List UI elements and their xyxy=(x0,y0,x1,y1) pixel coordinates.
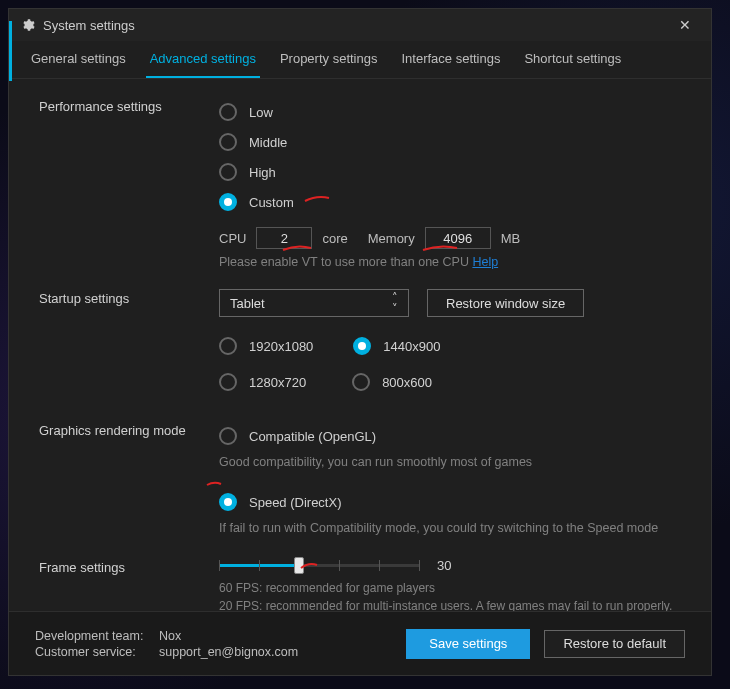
res-label-2: 1440x900 xyxy=(383,339,440,354)
startup-select-value: Tablet xyxy=(230,296,265,311)
cs-label: Customer service: xyxy=(35,645,153,659)
perf-label-high: High xyxy=(249,165,276,180)
tab-interface[interactable]: Interface settings xyxy=(389,41,512,78)
close-icon[interactable]: ✕ xyxy=(671,13,699,37)
perf-radio-low[interactable] xyxy=(219,103,237,121)
startup-mode-select[interactable]: Tablet ˄˅ xyxy=(219,289,409,317)
res-radio-1280x720[interactable] xyxy=(219,373,237,391)
perf-label-custom: Custom xyxy=(249,195,294,210)
memory-label: Memory xyxy=(368,231,415,246)
graphics-speed-hint: If fail to run with Compatibility mode, … xyxy=(219,519,681,538)
res-radio-1920x1080[interactable] xyxy=(219,337,237,355)
tabs: General settings Advanced settings Prope… xyxy=(9,41,711,79)
res-label-4: 800x600 xyxy=(382,375,432,390)
perf-radio-high[interactable] xyxy=(219,163,237,181)
res-label-1: 1920x1080 xyxy=(249,339,313,354)
restore-window-size-button[interactable]: Restore window size xyxy=(427,289,584,317)
tab-property[interactable]: Property settings xyxy=(268,41,390,78)
graphics-label-speed: Speed (DirectX) xyxy=(249,495,341,510)
fps-slider-thumb[interactable] xyxy=(294,557,304,574)
gear-icon xyxy=(21,18,35,32)
tab-shortcut[interactable]: Shortcut settings xyxy=(512,41,633,78)
res-radio-1440x900[interactable] xyxy=(353,337,371,355)
cpu-label: CPU xyxy=(219,231,246,246)
frame-heading: Frame settings xyxy=(39,558,219,575)
tab-advanced[interactable]: Advanced settings xyxy=(138,41,268,78)
cs-value: support_en@bignox.com xyxy=(159,645,298,659)
chevron-updown-icon: ˄˅ xyxy=(392,292,398,314)
graphics-label-compat: Compatible (OpenGL) xyxy=(249,429,376,444)
save-settings-button[interactable]: Save settings xyxy=(406,629,530,659)
fps-value: 30 xyxy=(437,558,451,573)
window-title: System settings xyxy=(43,18,135,33)
startup-heading: Startup settings xyxy=(39,289,219,306)
perf-radio-middle[interactable] xyxy=(219,133,237,151)
graphics-heading: Graphics rendering mode xyxy=(39,421,219,438)
memory-input[interactable] xyxy=(425,227,491,249)
res-label-3: 1280x720 xyxy=(249,375,306,390)
core-label: core xyxy=(322,231,347,246)
graphics-compat-hint: Good compatibility, you can run smoothly… xyxy=(219,455,681,469)
mb-label: MB xyxy=(501,231,521,246)
vt-hint: Please enable VT to use more than one CP… xyxy=(219,255,469,269)
fps-slider[interactable] xyxy=(219,564,419,567)
restore-default-button[interactable]: Restore to default xyxy=(544,630,685,658)
title-bar: System settings ✕ xyxy=(9,9,711,41)
help-link[interactable]: Help xyxy=(472,255,498,269)
accent-bar xyxy=(9,21,12,81)
dev-team-label: Development team: xyxy=(35,629,153,643)
graphics-radio-speed[interactable] xyxy=(219,493,237,511)
graphics-radio-compat[interactable] xyxy=(219,427,237,445)
perf-radio-custom[interactable] xyxy=(219,193,237,211)
performance-heading: Performance settings xyxy=(39,97,219,114)
perf-label-low: Low xyxy=(249,105,273,120)
cpu-input[interactable] xyxy=(256,227,312,249)
perf-label-middle: Middle xyxy=(249,135,287,150)
dev-team-value: Nox xyxy=(159,629,181,643)
settings-window: System settings ✕ General settings Advan… xyxy=(8,8,712,676)
res-radio-800x600[interactable] xyxy=(352,373,370,391)
tab-general[interactable]: General settings xyxy=(19,41,138,78)
fps-hint-60: 60 FPS: recommended for game players xyxy=(219,579,681,597)
footer: Development team:Nox Customer service:su… xyxy=(9,611,711,675)
